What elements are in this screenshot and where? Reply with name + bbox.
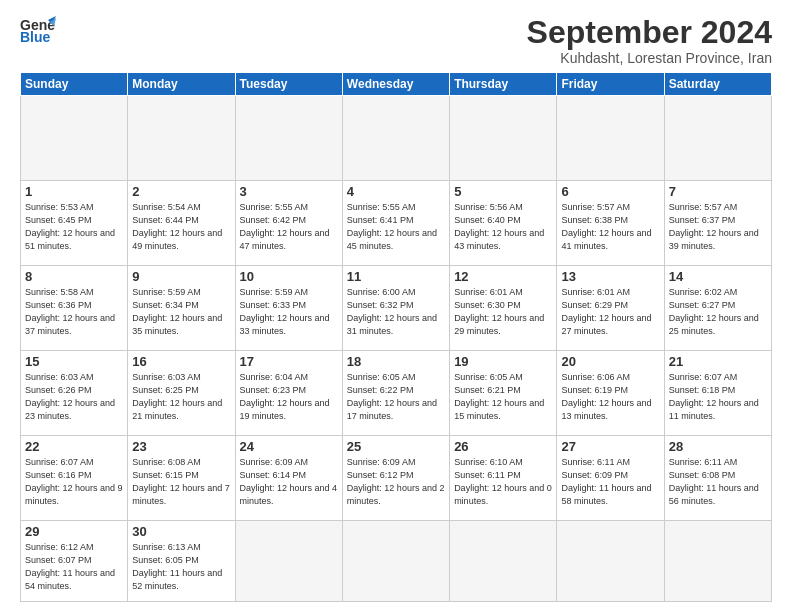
table-row: 2Sunrise: 5:54 AMSunset: 6:44 PMDaylight… <box>128 181 235 266</box>
page: General Blue September 2024 Kuhdasht, Lo… <box>0 0 792 612</box>
table-row <box>235 96 342 181</box>
table-row: 25Sunrise: 6:09 AMSunset: 6:12 PMDayligh… <box>342 436 449 521</box>
header-sunday: Sunday <box>21 73 128 96</box>
header-thursday: Thursday <box>450 73 557 96</box>
day-number: 29 <box>25 524 123 539</box>
day-number: 1 <box>25 184 123 199</box>
header-monday: Monday <box>128 73 235 96</box>
day-info: Sunrise: 5:55 AMSunset: 6:42 PMDaylight:… <box>240 201 338 253</box>
day-info: Sunrise: 6:11 AMSunset: 6:09 PMDaylight:… <box>561 456 659 508</box>
table-row: 29Sunrise: 6:12 AMSunset: 6:07 PMDayligh… <box>21 521 128 602</box>
day-info: Sunrise: 6:13 AMSunset: 6:05 PMDaylight:… <box>132 541 230 593</box>
month-title: September 2024 <box>527 16 772 48</box>
calendar-header-row: Sunday Monday Tuesday Wednesday Thursday… <box>21 73 772 96</box>
table-row: 19Sunrise: 6:05 AMSunset: 6:21 PMDayligh… <box>450 351 557 436</box>
day-info: Sunrise: 6:07 AMSunset: 6:18 PMDaylight:… <box>669 371 767 423</box>
table-row: 9Sunrise: 5:59 AMSunset: 6:34 PMDaylight… <box>128 266 235 351</box>
table-row: 14Sunrise: 6:02 AMSunset: 6:27 PMDayligh… <box>664 266 771 351</box>
day-info: Sunrise: 5:58 AMSunset: 6:36 PMDaylight:… <box>25 286 123 338</box>
table-row: 5Sunrise: 5:56 AMSunset: 6:40 PMDaylight… <box>450 181 557 266</box>
table-row: 4Sunrise: 5:55 AMSunset: 6:41 PMDaylight… <box>342 181 449 266</box>
table-row <box>450 96 557 181</box>
table-row: 28Sunrise: 6:11 AMSunset: 6:08 PMDayligh… <box>664 436 771 521</box>
table-row <box>557 521 664 602</box>
day-number: 8 <box>25 269 123 284</box>
day-number: 17 <box>240 354 338 369</box>
day-info: Sunrise: 6:09 AMSunset: 6:12 PMDaylight:… <box>347 456 445 508</box>
day-number: 14 <box>669 269 767 284</box>
table-row: 23Sunrise: 6:08 AMSunset: 6:15 PMDayligh… <box>128 436 235 521</box>
day-info: Sunrise: 5:59 AMSunset: 6:33 PMDaylight:… <box>240 286 338 338</box>
table-row: 1Sunrise: 5:53 AMSunset: 6:45 PMDaylight… <box>21 181 128 266</box>
table-row <box>557 96 664 181</box>
day-number: 3 <box>240 184 338 199</box>
table-row: 17Sunrise: 6:04 AMSunset: 6:23 PMDayligh… <box>235 351 342 436</box>
day-info: Sunrise: 6:12 AMSunset: 6:07 PMDaylight:… <box>25 541 123 593</box>
day-number: 5 <box>454 184 552 199</box>
day-info: Sunrise: 5:55 AMSunset: 6:41 PMDaylight:… <box>347 201 445 253</box>
day-number: 20 <box>561 354 659 369</box>
day-info: Sunrise: 5:59 AMSunset: 6:34 PMDaylight:… <box>132 286 230 338</box>
table-row: 21Sunrise: 6:07 AMSunset: 6:18 PMDayligh… <box>664 351 771 436</box>
calendar-week-row <box>21 96 772 181</box>
day-number: 28 <box>669 439 767 454</box>
day-info: Sunrise: 6:08 AMSunset: 6:15 PMDaylight:… <box>132 456 230 508</box>
table-row: 7Sunrise: 5:57 AMSunset: 6:37 PMDaylight… <box>664 181 771 266</box>
day-info: Sunrise: 6:05 AMSunset: 6:22 PMDaylight:… <box>347 371 445 423</box>
day-number: 7 <box>669 184 767 199</box>
calendar-week-row: 15Sunrise: 6:03 AMSunset: 6:26 PMDayligh… <box>21 351 772 436</box>
table-row <box>664 96 771 181</box>
day-number: 19 <box>454 354 552 369</box>
day-number: 23 <box>132 439 230 454</box>
header-wednesday: Wednesday <box>342 73 449 96</box>
day-number: 24 <box>240 439 338 454</box>
table-row <box>342 96 449 181</box>
calendar-week-row: 22Sunrise: 6:07 AMSunset: 6:16 PMDayligh… <box>21 436 772 521</box>
day-info: Sunrise: 6:04 AMSunset: 6:23 PMDaylight:… <box>240 371 338 423</box>
day-info: Sunrise: 6:07 AMSunset: 6:16 PMDaylight:… <box>25 456 123 508</box>
day-info: Sunrise: 6:02 AMSunset: 6:27 PMDaylight:… <box>669 286 767 338</box>
table-row <box>21 96 128 181</box>
calendar-table: Sunday Monday Tuesday Wednesday Thursday… <box>20 72 772 602</box>
day-number: 10 <box>240 269 338 284</box>
logo-icon: General Blue <box>20 16 56 44</box>
table-row: 6Sunrise: 5:57 AMSunset: 6:38 PMDaylight… <box>557 181 664 266</box>
day-number: 26 <box>454 439 552 454</box>
day-number: 13 <box>561 269 659 284</box>
day-info: Sunrise: 5:54 AMSunset: 6:44 PMDaylight:… <box>132 201 230 253</box>
header-friday: Friday <box>557 73 664 96</box>
day-number: 16 <box>132 354 230 369</box>
day-info: Sunrise: 6:00 AMSunset: 6:32 PMDaylight:… <box>347 286 445 338</box>
subtitle: Kuhdasht, Lorestan Province, Iran <box>527 50 772 66</box>
calendar-week-row: 1Sunrise: 5:53 AMSunset: 6:45 PMDaylight… <box>21 181 772 266</box>
table-row: 27Sunrise: 6:11 AMSunset: 6:09 PMDayligh… <box>557 436 664 521</box>
table-row: 3Sunrise: 5:55 AMSunset: 6:42 PMDaylight… <box>235 181 342 266</box>
svg-text:Blue: Blue <box>20 29 51 44</box>
header: General Blue September 2024 Kuhdasht, Lo… <box>20 16 772 66</box>
day-info: Sunrise: 6:11 AMSunset: 6:08 PMDaylight:… <box>669 456 767 508</box>
table-row: 22Sunrise: 6:07 AMSunset: 6:16 PMDayligh… <box>21 436 128 521</box>
day-info: Sunrise: 6:03 AMSunset: 6:25 PMDaylight:… <box>132 371 230 423</box>
table-row: 18Sunrise: 6:05 AMSunset: 6:22 PMDayligh… <box>342 351 449 436</box>
day-number: 21 <box>669 354 767 369</box>
day-number: 25 <box>347 439 445 454</box>
day-info: Sunrise: 6:09 AMSunset: 6:14 PMDaylight:… <box>240 456 338 508</box>
header-tuesday: Tuesday <box>235 73 342 96</box>
day-info: Sunrise: 5:53 AMSunset: 6:45 PMDaylight:… <box>25 201 123 253</box>
table-row <box>342 521 449 602</box>
day-info: Sunrise: 6:01 AMSunset: 6:30 PMDaylight:… <box>454 286 552 338</box>
day-number: 15 <box>25 354 123 369</box>
table-row <box>450 521 557 602</box>
day-number: 11 <box>347 269 445 284</box>
day-number: 9 <box>132 269 230 284</box>
day-number: 22 <box>25 439 123 454</box>
table-row: 8Sunrise: 5:58 AMSunset: 6:36 PMDaylight… <box>21 266 128 351</box>
day-info: Sunrise: 6:05 AMSunset: 6:21 PMDaylight:… <box>454 371 552 423</box>
day-number: 30 <box>132 524 230 539</box>
table-row <box>664 521 771 602</box>
day-info: Sunrise: 5:57 AMSunset: 6:37 PMDaylight:… <box>669 201 767 253</box>
day-number: 6 <box>561 184 659 199</box>
day-number: 12 <box>454 269 552 284</box>
day-number: 2 <box>132 184 230 199</box>
day-info: Sunrise: 6:01 AMSunset: 6:29 PMDaylight:… <box>561 286 659 338</box>
